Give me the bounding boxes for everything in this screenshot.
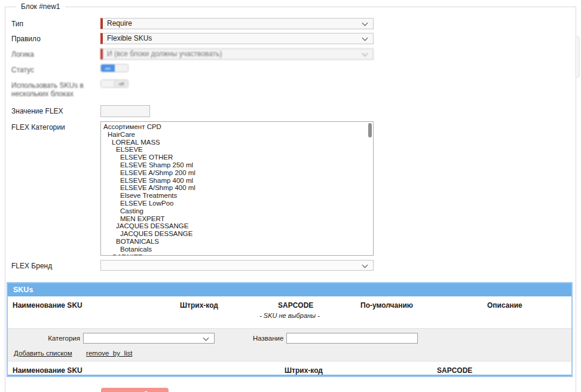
category-option[interactable]: ELSEVE A/Shmp 400 ml	[101, 184, 373, 192]
page-scrollbar-thumb[interactable]	[575, 36, 580, 78]
category-label: Категория	[8, 335, 80, 342]
spacer	[8, 324, 571, 328]
reuse-row: Использовать SKUs в нескольких блоках of…	[5, 79, 576, 98]
flex-categories-row: FLEX Категории Ассортимент CPDHairCareLO…	[5, 121, 576, 256]
chevron-down-icon	[362, 51, 368, 57]
col-barcode: Штрих-код	[285, 366, 323, 375]
reuse-label: Использовать SKUs в нескольких блоках	[11, 79, 100, 98]
logic-select: И (все блоки должны участвовать)	[100, 48, 374, 60]
category-option[interactable]: Ассортимент CPD	[101, 123, 373, 131]
rule-label: Правило	[11, 33, 100, 43]
skus-section-title: SKUs	[8, 283, 571, 296]
category-option[interactable]: Elseve Treatments	[101, 192, 373, 200]
category-option[interactable]: ELSEVE OTHER	[101, 154, 373, 161]
category-option[interactable]: JACQUES DESSANGE	[101, 230, 373, 238]
col-sku-name: Наименование SKU	[13, 366, 82, 375]
remove-by-list-link[interactable]: remove_by_list	[86, 350, 132, 357]
status-toggle[interactable]: on	[100, 64, 129, 72]
skus-empty-message: - SKU не выбраны -	[8, 312, 571, 324]
category-options: Ассортимент CPDHairCareLOREAL MASSELSEVE…	[101, 123, 373, 256]
flex-categories-label: FLEX Категории	[11, 121, 100, 131]
category-option[interactable]: ELSEVE	[101, 146, 373, 154]
status-label: Статус	[11, 64, 100, 74]
chevron-down-icon	[362, 20, 368, 26]
col-description: Описание	[487, 301, 522, 310]
sku-add-panel: Категория Название Добавить списком remo…	[8, 328, 571, 362]
toggle-off-segment: off	[114, 80, 128, 87]
category-option[interactable]: LOREAL MASS	[101, 139, 373, 146]
rule-select-value: Flexible SKUs	[107, 34, 152, 42]
chevron-down-icon	[362, 262, 368, 268]
category-option[interactable]: HairCare	[101, 131, 373, 139]
sku-filter-row: Категория Название	[8, 333, 571, 344]
rule-row: Правило Flexible SKUs	[5, 33, 576, 44]
skus-section: SKUs Наименование SKU Штрих-код SAPCODE …	[7, 282, 573, 377]
chevron-down-icon	[362, 35, 368, 41]
logic-row: Логика И (все блоки должны участвовать)	[5, 48, 576, 60]
logic-select-value: И (все блоки должны участвовать)	[107, 50, 222, 58]
delete-block-button[interactable]: Удалить блок	[101, 388, 169, 392]
col-sku-name: Наименование SKU	[13, 301, 82, 310]
flex-value-row: Значение FLEX	[5, 105, 576, 117]
toggle-on-segment: on	[101, 65, 115, 72]
flex-brand-row: FLEX Бренд	[5, 260, 576, 271]
type-select-value: Require	[107, 19, 132, 27]
toggle-on-segment	[101, 80, 114, 87]
col-sapcode: SAPCODE	[437, 366, 472, 375]
type-row: Тип Require	[5, 18, 576, 29]
scrollbar-thumb[interactable]	[368, 123, 372, 137]
flex-categories-listbox[interactable]: Ассортимент CPDHairCareLOREAL MASSELSEVE…	[100, 121, 374, 256]
category-option[interactable]: Botanicals	[101, 246, 373, 253]
block-legend: Блок #new1	[16, 2, 65, 11]
name-input[interactable]	[286, 333, 418, 344]
rule-select[interactable]: Flexible SKUs	[100, 33, 374, 44]
category-option[interactable]: ELSEVE A/Shmp 200 ml	[101, 169, 373, 177]
category-option[interactable]: JACQUES DESSANGE	[101, 222, 373, 230]
col-default: По-умолчанию	[360, 301, 413, 310]
category-option[interactable]: ELSEVE Shamp 400 ml	[101, 177, 373, 185]
chevron-down-icon	[203, 335, 209, 341]
col-sapcode: SAPCODE	[278, 301, 313, 310]
reuse-toggle: off	[100, 79, 129, 88]
flex-brand-select[interactable]	[100, 260, 374, 271]
type-label: Тип	[11, 18, 100, 28]
skus-table-header: Наименование SKU Штрих-код SAPCODE По-ум…	[8, 296, 571, 312]
category-option[interactable]: ELSEVE Shamp 250 ml	[101, 161, 373, 169]
category-option[interactable]: BOTANICALS	[101, 238, 373, 246]
logic-label: Логика	[11, 48, 100, 59]
skus-bottom-table-header: Наименование SKU Штрих-код SAPCODE	[8, 362, 571, 376]
category-option[interactable]: GARNIER	[101, 253, 373, 256]
category-option[interactable]: Casting	[101, 207, 373, 215]
category-option[interactable]: MEN EXPERT	[101, 215, 373, 223]
status-row: Статус on	[5, 64, 576, 74]
flex-value-input[interactable]	[100, 105, 150, 117]
category-select[interactable]	[83, 333, 215, 344]
block-fieldset: Блок #new1 Тип Require Правило Flexible …	[5, 2, 576, 392]
category-option[interactable]: ELSEVE LowPoo	[101, 200, 373, 207]
flex-brand-label: FLEX Бренд	[11, 260, 100, 270]
type-select[interactable]: Require	[100, 18, 374, 29]
add-by-list-link[interactable]: Добавить списком	[14, 350, 72, 357]
sku-links-row: Добавить списком remove_by_list	[8, 344, 571, 358]
flex-value-label: Значение FLEX	[11, 105, 100, 115]
col-barcode: Штрих-код	[180, 301, 218, 310]
toggle-off-segment	[115, 65, 129, 72]
name-label: Название	[253, 335, 283, 342]
